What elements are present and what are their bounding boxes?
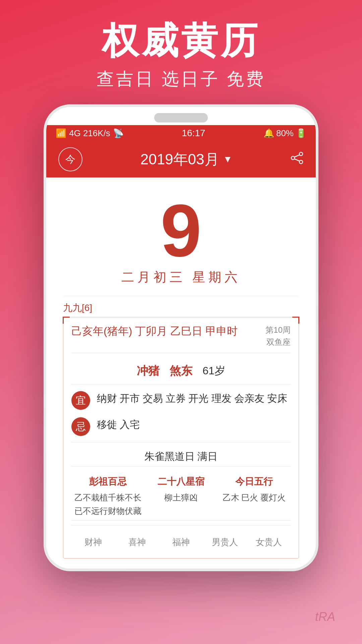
- footer-caisheng: 财神: [71, 536, 115, 548]
- svg-point-1: [291, 156, 295, 160]
- detail-box: 己亥年(猪年) 丁卯月 乙巳日 甲申时 第10周 双鱼座 冲猪 煞东 61岁 宜…: [63, 317, 299, 558]
- main-title: 权威黄历: [102, 20, 260, 61]
- wuxing-col: 今日五行 乙木 巳火 覆灯火: [218, 475, 291, 518]
- footer-xisheng: 喜神: [115, 536, 159, 548]
- month-dropdown-arrow: ▼: [223, 154, 233, 165]
- date-display: 9 二月初三 星期六: [63, 191, 299, 296]
- app-header: 今 2019年03月 ▼: [46, 141, 316, 177]
- chong-age: 61岁: [202, 364, 225, 378]
- ganzhi-row: 己亥年(猪年) 丁卯月 乙巳日 甲申时 第10周 双鱼座: [71, 324, 291, 353]
- phone-speaker: [154, 113, 208, 122]
- ganzhi-text: 己亥年(猪年) 丁卯月 乙巳日 甲申时: [71, 324, 238, 339]
- sha-text: 煞东: [170, 363, 192, 379]
- signal-text: 4G 216K/s: [69, 128, 110, 139]
- nine-nine-label: 九九[6]: [63, 302, 299, 314]
- share-icon: [290, 151, 304, 165]
- watermark: tRA: [315, 610, 335, 624]
- calendar-content: 9 二月初三 星期六 九九[6] 己亥年(猪年) 丁卯月 乙巳日 甲申时 第10…: [46, 177, 316, 569]
- yi-content: 纳财 开市 交易 立券 开光 理发 会亲友 安床: [97, 390, 291, 407]
- footer-fusheng-label: 福神: [172, 536, 190, 548]
- battery-icon: 🔋: [296, 128, 306, 139]
- wuxing-content: 乙木 巳火 覆灯火: [223, 491, 286, 504]
- month-selector[interactable]: 2019年03月 ▼: [140, 150, 233, 169]
- phone-top-bezel: [46, 107, 316, 125]
- svg-line-3: [295, 155, 299, 157]
- wifi-icon: 📡: [113, 128, 124, 139]
- alarm-icon: 🔔: [263, 128, 274, 139]
- footer-fusheng: 福神: [159, 536, 203, 548]
- today-button[interactable]: 今: [58, 147, 82, 171]
- ji-badge: 忌: [71, 417, 90, 436]
- share-button[interactable]: [290, 151, 304, 168]
- svg-point-2: [299, 160, 303, 164]
- footer-nan-guiren: 男贵人: [203, 536, 247, 548]
- info-section: 九九[6] 己亥年(猪年) 丁卯月 乙巳日 甲申时 第10周 双鱼座 冲猪 煞东…: [63, 296, 299, 558]
- status-left: 📶 4G 216K/s 📡: [56, 128, 124, 139]
- zhuri-row: 朱雀黑道日 满日: [71, 447, 291, 467]
- divider-2: [71, 525, 291, 526]
- xingxiu-col: 二十八星宿 柳土獐凶: [144, 475, 218, 518]
- lunar-date-text: 二月初三 星期六: [121, 269, 241, 286]
- status-right: 🔔 80% 🔋: [263, 128, 306, 139]
- status-time: 16:17: [182, 128, 205, 139]
- zodiac-info: 双鱼座: [265, 336, 291, 348]
- phone-mockup: 📶 4G 216K/s 📡 16:17 🔔 80% 🔋 今 2019年03月 ▼: [44, 104, 318, 571]
- chong-row: 冲猪 煞东 61岁: [71, 358, 291, 384]
- pengzu-title: 彭祖百忌: [89, 475, 127, 488]
- footer-nv-guiren: 女贵人: [247, 536, 291, 548]
- wuxing-title: 今日五行: [235, 475, 273, 488]
- svg-point-0: [299, 152, 303, 156]
- ji-row: 忌 移徙 入宅: [71, 416, 291, 436]
- footer-xisheng-label: 喜神: [128, 536, 146, 548]
- ganzhi-sub: 第10周 双鱼座: [265, 324, 291, 348]
- xingxiu-title: 二十八星宿: [158, 475, 204, 488]
- big-date-number: 9: [161, 198, 201, 264]
- signal-icon: 📶: [56, 128, 66, 139]
- today-label: 今: [65, 153, 75, 166]
- month-display-text: 2019年03月: [140, 150, 219, 169]
- ji-content: 移徙 入宅: [97, 416, 291, 433]
- week-info: 第10周: [265, 324, 291, 336]
- five-col-footer: 财神 喜神 福神 男贵人 女贵人: [71, 530, 291, 551]
- yi-row: 宜 纳财 开市 交易 立券 开光 理发 会亲友 安床: [71, 390, 291, 410]
- status-bar: 📶 4G 216K/s 📡 16:17 🔔 80% 🔋: [46, 125, 316, 141]
- svg-line-4: [295, 159, 299, 161]
- footer-caisheng-label: 财神: [84, 536, 102, 548]
- sub-title: 查吉日 选日子 免费: [97, 67, 266, 91]
- battery-text: 80%: [276, 128, 294, 139]
- yi-badge: 宜: [71, 391, 90, 410]
- footer-nv-guiren-label: 女贵人: [256, 536, 282, 548]
- pengzu-content: 乙不栽植千株不长 已不远行财物伏藏: [71, 491, 144, 518]
- xingxiu-content: 柳土獐凶: [164, 491, 198, 504]
- footer-nan-guiren-label: 男贵人: [212, 536, 238, 548]
- zhuri-text: 朱雀黑道日 满日: [144, 450, 218, 464]
- divider-1: [71, 442, 291, 442]
- three-col-section: 彭祖百忌 乙不栽植千株不长 已不远行财物伏藏 二十八星宿 柳土獐凶 今日五行 乙…: [71, 473, 291, 521]
- pengzu-col: 彭祖百忌 乙不栽植千株不长 已不远行财物伏藏: [71, 475, 144, 518]
- chong-text: 冲猪: [137, 363, 160, 379]
